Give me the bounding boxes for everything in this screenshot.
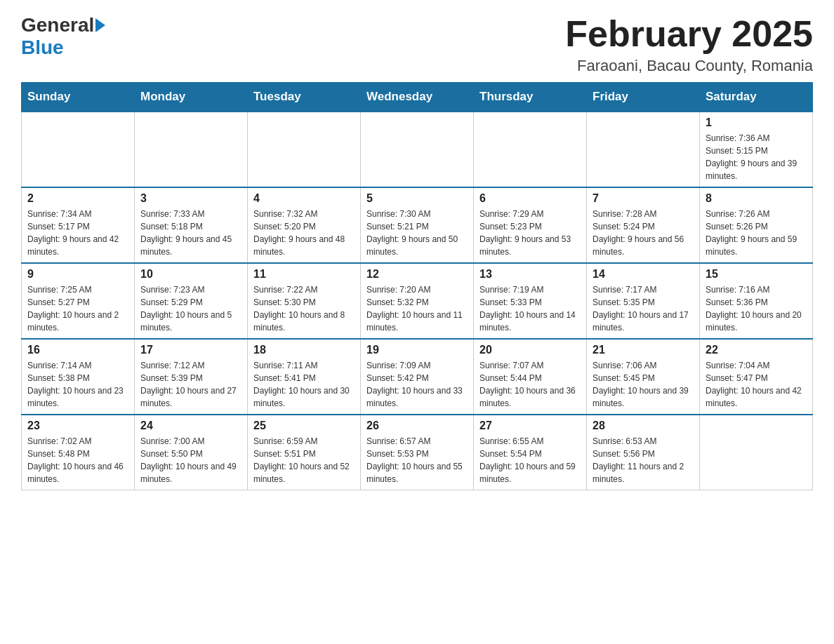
table-row xyxy=(700,415,813,490)
logo-blue-text: Blue xyxy=(21,36,64,59)
day-info: Sunrise: 7:32 AM Sunset: 5:20 PM Dayligh… xyxy=(253,208,355,258)
day-info: Sunrise: 6:55 AM Sunset: 5:54 PM Dayligh… xyxy=(479,435,581,485)
day-number: 14 xyxy=(593,268,694,281)
day-info: Sunrise: 7:00 AM Sunset: 5:50 PM Dayligh… xyxy=(140,435,241,485)
col-monday: Monday xyxy=(135,83,248,112)
day-info: Sunrise: 7:36 AM Sunset: 5:15 PM Dayligh… xyxy=(706,132,807,182)
table-row: 6Sunrise: 7:29 AM Sunset: 5:23 PM Daylig… xyxy=(474,187,587,263)
day-number: 15 xyxy=(706,268,807,281)
day-number: 4 xyxy=(253,192,355,205)
day-info: Sunrise: 7:28 AM Sunset: 5:24 PM Dayligh… xyxy=(593,208,694,258)
table-row: 11Sunrise: 7:22 AM Sunset: 5:30 PM Dayli… xyxy=(248,263,361,339)
day-info: Sunrise: 7:33 AM Sunset: 5:18 PM Dayligh… xyxy=(140,208,241,258)
day-info: Sunrise: 6:57 AM Sunset: 5:53 PM Dayligh… xyxy=(366,435,468,485)
logo-general: General xyxy=(21,14,105,36)
day-info: Sunrise: 7:07 AM Sunset: 5:44 PM Dayligh… xyxy=(479,359,581,410)
calendar-week-row: 2Sunrise: 7:34 AM Sunset: 5:17 PM Daylig… xyxy=(22,187,813,263)
table-row: 1Sunrise: 7:36 AM Sunset: 5:15 PM Daylig… xyxy=(700,112,813,187)
table-row: 28Sunrise: 6:53 AM Sunset: 5:56 PM Dayli… xyxy=(587,415,700,490)
table-row: 9Sunrise: 7:25 AM Sunset: 5:27 PM Daylig… xyxy=(22,263,135,339)
col-sunday: Sunday xyxy=(22,83,135,112)
day-number: 23 xyxy=(27,420,128,432)
table-row: 15Sunrise: 7:16 AM Sunset: 5:36 PM Dayli… xyxy=(700,263,813,339)
table-row xyxy=(361,112,474,187)
calendar-subtitle: Faraoani, Bacau County, Romania xyxy=(565,57,813,75)
day-number: 17 xyxy=(140,344,241,356)
day-number: 12 xyxy=(366,268,468,281)
day-info: Sunrise: 6:59 AM Sunset: 5:51 PM Dayligh… xyxy=(253,435,355,485)
day-number: 6 xyxy=(479,192,581,205)
day-number: 16 xyxy=(27,344,128,356)
table-row xyxy=(587,112,700,187)
table-row: 20Sunrise: 7:07 AM Sunset: 5:44 PM Dayli… xyxy=(474,339,587,415)
col-friday: Friday xyxy=(587,83,700,112)
day-number: 7 xyxy=(593,192,694,205)
table-row: 26Sunrise: 6:57 AM Sunset: 5:53 PM Dayli… xyxy=(361,415,474,490)
col-tuesday: Tuesday xyxy=(248,83,361,112)
day-number: 19 xyxy=(366,344,468,356)
day-info: Sunrise: 7:22 AM Sunset: 5:30 PM Dayligh… xyxy=(253,283,355,334)
day-number: 1 xyxy=(706,116,807,129)
day-number: 22 xyxy=(706,344,807,356)
col-thursday: Thursday xyxy=(474,83,587,112)
col-wednesday: Wednesday xyxy=(361,83,474,112)
day-info: Sunrise: 7:34 AM Sunset: 5:17 PM Dayligh… xyxy=(27,208,128,258)
day-info: Sunrise: 6:53 AM Sunset: 5:56 PM Dayligh… xyxy=(593,435,694,485)
calendar-week-row: 1Sunrise: 7:36 AM Sunset: 5:15 PM Daylig… xyxy=(22,112,813,187)
calendar-header-row: Sunday Monday Tuesday Wednesday Thursday… xyxy=(22,83,813,112)
calendar-week-row: 23Sunrise: 7:02 AM Sunset: 5:48 PM Dayli… xyxy=(22,415,813,490)
table-row: 13Sunrise: 7:19 AM Sunset: 5:33 PM Dayli… xyxy=(474,263,587,339)
day-number: 27 xyxy=(479,420,581,432)
table-row: 10Sunrise: 7:23 AM Sunset: 5:29 PM Dayli… xyxy=(135,263,248,339)
logo-general-text: General xyxy=(21,14,94,36)
day-info: Sunrise: 7:16 AM Sunset: 5:36 PM Dayligh… xyxy=(706,283,807,334)
table-row: 25Sunrise: 6:59 AM Sunset: 5:51 PM Dayli… xyxy=(248,415,361,490)
day-number: 3 xyxy=(140,192,241,205)
table-row xyxy=(248,112,361,187)
day-info: Sunrise: 7:25 AM Sunset: 5:27 PM Dayligh… xyxy=(27,283,128,334)
col-saturday: Saturday xyxy=(700,83,813,112)
table-row: 8Sunrise: 7:26 AM Sunset: 5:26 PM Daylig… xyxy=(700,187,813,263)
table-row: 12Sunrise: 7:20 AM Sunset: 5:32 PM Dayli… xyxy=(361,263,474,339)
day-number: 8 xyxy=(706,192,807,205)
table-row: 5Sunrise: 7:30 AM Sunset: 5:21 PM Daylig… xyxy=(361,187,474,263)
day-info: Sunrise: 7:06 AM Sunset: 5:45 PM Dayligh… xyxy=(593,359,694,410)
day-info: Sunrise: 7:12 AM Sunset: 5:39 PM Dayligh… xyxy=(140,359,241,410)
table-row: 7Sunrise: 7:28 AM Sunset: 5:24 PM Daylig… xyxy=(587,187,700,263)
day-number: 20 xyxy=(479,344,581,356)
calendar-week-row: 9Sunrise: 7:25 AM Sunset: 5:27 PM Daylig… xyxy=(22,263,813,339)
calendar-title: February 2025 xyxy=(565,14,813,54)
table-row: 23Sunrise: 7:02 AM Sunset: 5:48 PM Dayli… xyxy=(22,415,135,490)
day-info: Sunrise: 7:23 AM Sunset: 5:29 PM Dayligh… xyxy=(140,283,241,334)
day-info: Sunrise: 7:26 AM Sunset: 5:26 PM Dayligh… xyxy=(706,208,807,258)
day-number: 26 xyxy=(366,420,468,432)
calendar-table: Sunday Monday Tuesday Wednesday Thursday… xyxy=(21,82,813,490)
table-row: 27Sunrise: 6:55 AM Sunset: 5:54 PM Dayli… xyxy=(474,415,587,490)
table-row: 22Sunrise: 7:04 AM Sunset: 5:47 PM Dayli… xyxy=(700,339,813,415)
day-number: 24 xyxy=(140,420,241,432)
day-number: 25 xyxy=(253,420,355,432)
day-info: Sunrise: 7:09 AM Sunset: 5:42 PM Dayligh… xyxy=(366,359,468,410)
day-number: 13 xyxy=(479,268,581,281)
day-info: Sunrise: 7:29 AM Sunset: 5:23 PM Dayligh… xyxy=(479,208,581,258)
table-row: 3Sunrise: 7:33 AM Sunset: 5:18 PM Daylig… xyxy=(135,187,248,263)
day-number: 10 xyxy=(140,268,241,281)
day-number: 9 xyxy=(27,268,128,281)
day-number: 18 xyxy=(253,344,355,356)
day-info: Sunrise: 7:20 AM Sunset: 5:32 PM Dayligh… xyxy=(366,283,468,334)
table-row: 21Sunrise: 7:06 AM Sunset: 5:45 PM Dayli… xyxy=(587,339,700,415)
table-row: 17Sunrise: 7:12 AM Sunset: 5:39 PM Dayli… xyxy=(135,339,248,415)
day-number: 28 xyxy=(593,420,694,432)
table-row: 24Sunrise: 7:00 AM Sunset: 5:50 PM Dayli… xyxy=(135,415,248,490)
page-header: General Blue February 2025 Faraoani, Bac… xyxy=(21,14,813,75)
day-info: Sunrise: 7:19 AM Sunset: 5:33 PM Dayligh… xyxy=(479,283,581,334)
day-number: 21 xyxy=(593,344,694,356)
day-info: Sunrise: 7:17 AM Sunset: 5:35 PM Dayligh… xyxy=(593,283,694,334)
table-row xyxy=(474,112,587,187)
day-info: Sunrise: 7:30 AM Sunset: 5:21 PM Dayligh… xyxy=(366,208,468,258)
day-info: Sunrise: 7:14 AM Sunset: 5:38 PM Dayligh… xyxy=(27,359,128,410)
table-row: 4Sunrise: 7:32 AM Sunset: 5:20 PM Daylig… xyxy=(248,187,361,263)
logo-arrow-icon xyxy=(95,18,105,32)
table-row: 14Sunrise: 7:17 AM Sunset: 5:35 PM Dayli… xyxy=(587,263,700,339)
day-info: Sunrise: 7:04 AM Sunset: 5:47 PM Dayligh… xyxy=(706,359,807,410)
